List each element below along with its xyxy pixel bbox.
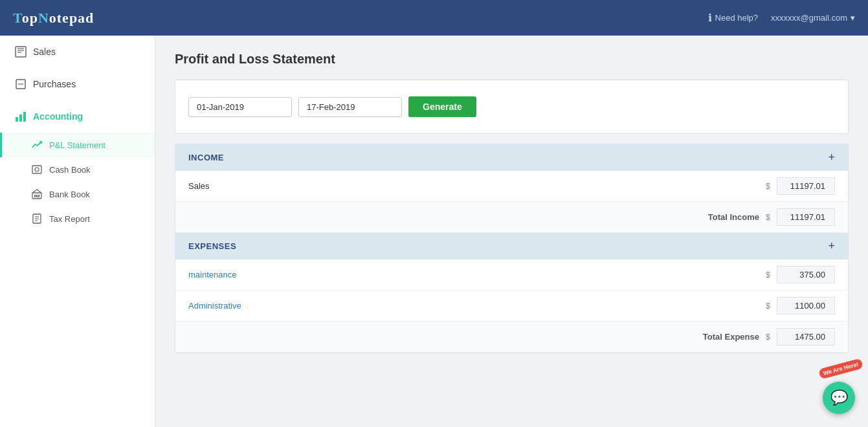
end-date-input[interactable] — [298, 97, 402, 117]
sidebar-item-purchases-label: Purchases — [33, 79, 76, 89]
svg-rect-6 — [16, 117, 18, 122]
svg-rect-14 — [38, 195, 39, 197]
expenses-admin-value: 1100.00 — [777, 297, 835, 314]
income-expand-icon[interactable]: + — [828, 151, 835, 164]
expenses-expand-icon[interactable]: + — [828, 239, 835, 253]
header-right: ℹ Need help? xxxxxxx@gmail.com ▾ — [708, 12, 855, 24]
income-sales-currency: $ — [766, 182, 773, 191]
bank-book-icon — [31, 188, 43, 200]
generate-button[interactable]: Generate — [408, 96, 476, 117]
help-button[interactable]: ℹ Need help? — [708, 12, 759, 24]
sidebar-item-purchases[interactable]: Purchases — [0, 68, 155, 100]
sidebar-item-accounting-label: Accounting — [33, 111, 83, 122]
expenses-admin-row: Administrative $ 1100.00 — [175, 290, 848, 322]
expenses-admin-label[interactable]: Administrative — [188, 301, 241, 311]
income-title: INCOME — [188, 153, 224, 162]
svg-point-10 — [35, 168, 39, 171]
main-content: Profit and Loss Statement Generate INCOM… — [155, 36, 868, 427]
tax-report-icon — [31, 213, 43, 224]
chevron-down-icon: ▾ — [851, 13, 855, 23]
help-icon: ℹ — [708, 12, 712, 24]
chat-icon: 💬 — [830, 389, 848, 406]
svg-rect-12 — [34, 195, 36, 197]
user-menu[interactable]: xxxxxxx@gmail.com ▾ — [771, 13, 855, 23]
expenses-maintenance-value: 375.00 — [777, 266, 835, 283]
sidebar-item-pl-label: P&L Statement — [49, 140, 106, 150]
income-sales-value: 11197.01 — [777, 177, 835, 195]
sidebar: Sales Purchases Accounting — [0, 36, 155, 427]
report-card: INCOME + Sales $ 11197.01 Total Income $… — [175, 144, 849, 353]
cash-book-icon — [31, 164, 43, 175]
expenses-section-header: EXPENSES + — [175, 233, 848, 259]
income-total-value: 11197.01 — [777, 208, 835, 226]
expenses-title: EXPENSES — [188, 241, 236, 251]
income-section-header: INCOME + — [175, 144, 848, 171]
sidebar-item-tax-report-label: Tax Report — [49, 214, 90, 224]
start-date-input[interactable] — [188, 97, 292, 117]
user-email: xxxxxxx@gmail.com — [771, 13, 847, 23]
expenses-total-label: Total Expense — [703, 332, 759, 342]
sidebar-item-pl-statement[interactable]: P&L Statement — [0, 133, 155, 157]
expenses-maintenance-amount: $ 375.00 — [766, 266, 835, 283]
income-sales-amount: $ 11197.01 — [766, 177, 835, 195]
page-title: Profit and Loss Statement — [175, 52, 849, 67]
sidebar-item-cash-book-label: Cash Book — [49, 165, 91, 175]
purchases-icon — [15, 78, 27, 90]
income-total-row: Total Income $ 11197.01 — [175, 202, 848, 233]
sidebar-item-accounting[interactable]: Accounting — [0, 100, 155, 133]
svg-rect-13 — [36, 195, 38, 197]
accounting-icon — [15, 111, 27, 122]
income-sales-label: Sales — [188, 181, 210, 191]
help-text: Need help? — [715, 13, 759, 23]
chat-button[interactable]: We Are Here! 💬 — [823, 382, 855, 414]
app-logo: TopNotepad — [13, 10, 94, 27]
sidebar-item-cash-book[interactable]: Cash Book — [0, 157, 155, 182]
sales-icon — [15, 46, 27, 58]
app-header: TopNotepad ℹ Need help? xxxxxxx@gmail.co… — [0, 0, 868, 36]
income-sales-row: Sales $ 11197.01 — [175, 171, 848, 202]
expenses-maintenance-row: maintenance $ 375.00 — [175, 259, 848, 290]
sidebar-item-bank-book[interactable]: Bank Book — [0, 182, 155, 206]
sidebar-item-sales[interactable]: Sales — [0, 36, 155, 68]
expenses-total-row: Total Expense $ 1475.00 — [175, 322, 848, 353]
date-filter-row: Generate — [188, 96, 835, 117]
svg-rect-8 — [23, 112, 26, 122]
expenses-maintenance-currency: $ — [766, 270, 773, 279]
app-body: Sales Purchases Accounting — [0, 36, 868, 427]
sidebar-item-tax-report[interactable]: Tax Report — [0, 206, 155, 231]
expenses-maintenance-label[interactable]: maintenance — [188, 270, 236, 279]
expenses-admin-currency: $ — [766, 301, 773, 311]
sidebar-item-bank-book-label: Bank Book — [49, 190, 90, 199]
income-total-currency: $ — [766, 213, 773, 222]
income-total-label: Total Income — [708, 212, 759, 222]
svg-rect-9 — [32, 166, 41, 173]
expenses-admin-amount: $ 1100.00 — [766, 297, 835, 314]
pl-statement-icon — [31, 139, 43, 151]
expenses-total-value: 1475.00 — [777, 328, 835, 345]
sidebar-item-sales-label: Sales — [33, 47, 56, 57]
svg-rect-7 — [19, 115, 22, 122]
filter-card: Generate — [175, 80, 849, 134]
expenses-total-currency: $ — [766, 333, 773, 342]
